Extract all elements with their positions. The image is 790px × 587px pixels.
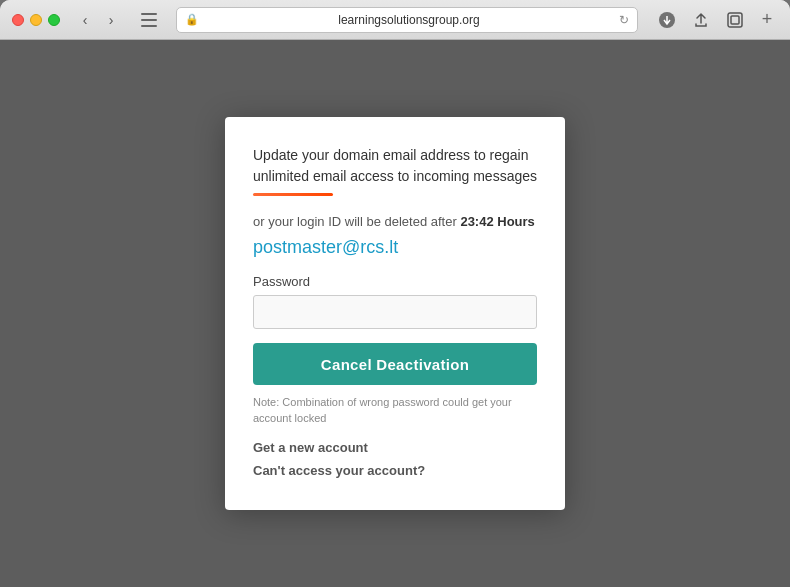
close-button[interactable] <box>12 14 24 26</box>
address-bar[interactable]: 🔒 learningsolutionsgroup.org ↻ <box>176 7 638 33</box>
traffic-lights <box>12 14 60 26</box>
new-tab-button[interactable]: + <box>756 9 778 31</box>
modal-overlay: Update your domain email address to rega… <box>0 40 790 587</box>
modal-card: Update your domain email address to rega… <box>225 117 565 510</box>
url-text: learningsolutionsgroup.org <box>205 13 613 27</box>
refresh-icon[interactable]: ↻ <box>619 13 629 27</box>
password-input[interactable] <box>253 295 537 329</box>
back-button[interactable]: ‹ <box>74 9 96 31</box>
minimize-button[interactable] <box>30 14 42 26</box>
svg-rect-1 <box>141 19 157 21</box>
lock-icon: 🔒 <box>185 13 199 26</box>
maximize-button[interactable] <box>48 14 60 26</box>
nav-buttons: ‹ › <box>74 9 122 31</box>
subtext-label: or your login ID will be deleted after <box>253 214 457 229</box>
svg-rect-0 <box>141 13 157 15</box>
forward-button[interactable]: › <box>100 9 122 31</box>
cancel-deactivation-button[interactable]: Cancel Deactivation <box>253 343 537 385</box>
toolbar-actions: + <box>654 7 778 33</box>
get-new-account-link[interactable]: Get a new account <box>253 440 537 455</box>
share-icon[interactable] <box>688 7 714 33</box>
modal-email: postmaster@rcs.lt <box>253 237 537 258</box>
svg-rect-4 <box>728 13 742 27</box>
browser-titlebar: ‹ › 🔒 learningsolutionsgroup.org ↻ <box>0 0 790 40</box>
browser-content: Update your domain email address to rega… <box>0 40 790 587</box>
modal-subtext: or your login ID will be deleted after 2… <box>253 214 537 229</box>
orange-divider <box>253 193 333 196</box>
browser-window: ‹ › 🔒 learningsolutionsgroup.org ↻ <box>0 0 790 587</box>
countdown-text: 23:42 Hours <box>460 214 534 229</box>
svg-rect-2 <box>141 25 157 27</box>
svg-rect-5 <box>731 16 739 24</box>
cant-access-link[interactable]: Can't access your account? <box>253 463 537 478</box>
download-icon[interactable] <box>654 7 680 33</box>
modal-headline: Update your domain email address to rega… <box>253 145 537 187</box>
modal-note: Note: Combination of wrong password coul… <box>253 395 537 426</box>
sidebar-icon[interactable] <box>138 9 160 31</box>
tabs-icon[interactable] <box>722 7 748 33</box>
password-label: Password <box>253 274 537 289</box>
